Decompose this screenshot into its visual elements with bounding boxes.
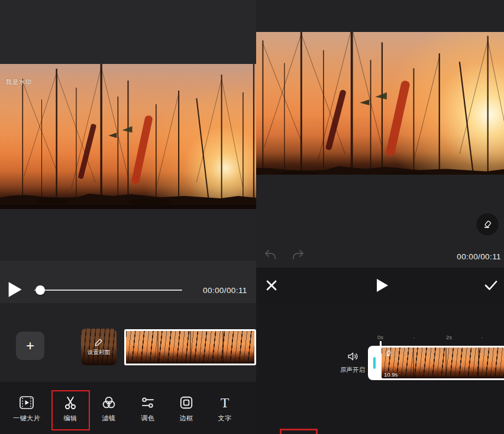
clip-thumbnails <box>382 348 504 378</box>
selected-clip[interactable]: 10.9s <box>368 346 504 380</box>
time-display: 00:00/00:11 <box>457 252 501 261</box>
ruler-tick-0s: 0s <box>377 334 383 340</box>
speaker-icon <box>346 350 360 363</box>
toolbar-label: 边框 <box>180 414 193 423</box>
play-button[interactable] <box>7 281 23 298</box>
watermark-text: 我是水印 <box>6 78 32 86</box>
harbor-sunset-image <box>256 32 504 175</box>
undo-icon <box>263 248 277 262</box>
film-icon <box>19 394 35 410</box>
toolbar-item-one-tap-film[interactable]: 一键大片 <box>8 394 46 423</box>
original-sound-label: 原声开启 <box>340 366 365 374</box>
redo-button[interactable] <box>291 248 305 262</box>
text-icon: T <box>217 394 233 410</box>
edit-subscreen-panel: 00:00/00:11 0s · 2s · 原声开启 <box>256 0 504 434</box>
plus-icon: + <box>26 337 34 354</box>
clip-filmstrip[interactable] <box>124 329 256 365</box>
add-clip-button[interactable]: + <box>16 332 44 360</box>
toolbar-label: 编辑 <box>64 414 77 423</box>
check-icon <box>484 279 498 291</box>
play-button[interactable] <box>375 278 389 293</box>
sliders-icon <box>140 394 156 410</box>
clip-badge-icon <box>385 349 392 357</box>
close-icon <box>265 279 278 292</box>
progress-slider[interactable] <box>34 285 182 295</box>
ruler-tick-2s: 2s <box>446 334 452 340</box>
toolbar-item-text[interactable]: T 文字 <box>206 394 244 423</box>
undo-button[interactable] <box>263 248 277 262</box>
main-editor-panel: 我是水印 00:00/00:11 + 设置封面 一键大片 <box>0 0 256 434</box>
filter-circles-icon <box>101 394 117 410</box>
slider-thumb[interactable] <box>35 285 45 295</box>
frame-icon <box>179 394 195 410</box>
slider-track <box>34 290 182 291</box>
time-display: 00:00/00:11 <box>203 286 247 295</box>
toolbar-label: 滤镜 <box>102 414 116 423</box>
toolbar-label: 一键大片 <box>13 414 40 423</box>
video-preview[interactable] <box>256 32 504 175</box>
original-sound-toggle[interactable]: 原声开启 <box>338 350 367 374</box>
eraser-icon <box>482 219 493 230</box>
scissors-icon <box>63 394 79 410</box>
background-band <box>0 209 256 261</box>
toolbar-item-color[interactable]: 调色 <box>129 394 167 423</box>
play-icon <box>375 278 389 293</box>
video-preview[interactable]: 我是水印 <box>0 64 256 209</box>
ruler-tick-dot: · <box>481 334 483 340</box>
toolbar-label: 文字 <box>218 414 232 423</box>
toolbar-item-edit[interactable]: 编辑 <box>51 394 89 423</box>
set-cover-label: 设置封面 <box>88 349 110 356</box>
confirm-button[interactable] <box>484 279 498 291</box>
harbor-sunset-image <box>0 64 256 209</box>
play-icon <box>7 281 23 298</box>
clip-duration-label: 10.9s <box>384 371 398 378</box>
player-bar-background <box>0 261 256 303</box>
pencil-icon <box>94 337 104 347</box>
ruler-tick-dot: · <box>413 334 415 340</box>
eraser-button[interactable] <box>476 213 499 236</box>
toolbar-item-border[interactable]: 边框 <box>167 394 205 423</box>
clip-trim-handle[interactable] <box>373 357 376 369</box>
toolbar-item-filter[interactable]: 滤镜 <box>90 394 128 423</box>
toolbar-label: 调色 <box>141 414 155 423</box>
cancel-button[interactable] <box>265 279 278 292</box>
redo-icon <box>291 248 305 262</box>
app-screenshot: 我是水印 00:00/00:11 + 设置封面 一键大片 <box>0 0 504 434</box>
set-cover-button[interactable]: 设置封面 <box>81 329 117 365</box>
